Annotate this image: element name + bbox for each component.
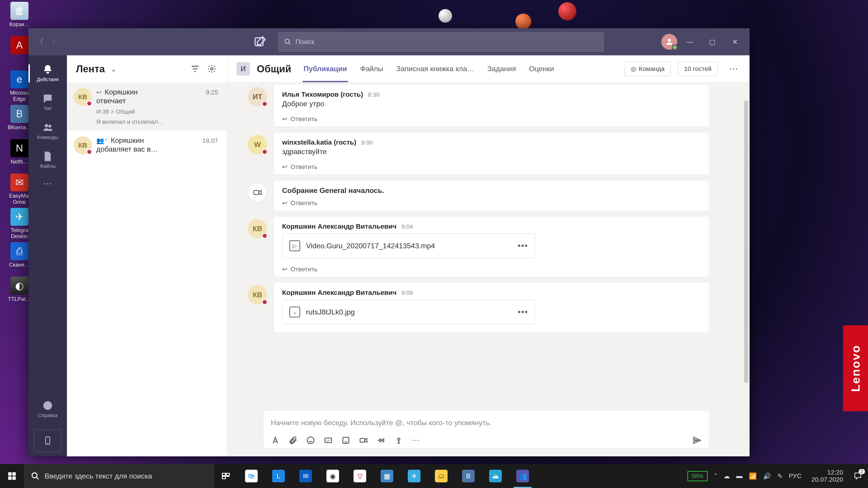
wallpaper-orb <box>558 2 577 20</box>
svg-rect-15 <box>8 472 11 476</box>
channel-tab[interactable]: Оценки <box>528 55 555 82</box>
file-attachment[interactable]: ▷ Video.Guru_20200717_142413543.mp4 ••• <box>282 233 535 258</box>
sticker-icon[interactable] <box>341 436 350 445</box>
task-view-icon[interactable] <box>214 464 238 488</box>
tray-chevron-icon[interactable]: ˄ <box>714 473 717 480</box>
guests-button[interactable]: 10 гостей <box>678 62 718 76</box>
action-center-icon[interactable]: 2 <box>848 464 868 488</box>
compose-box: GIF ⋯ <box>264 411 709 448</box>
tb-app-vk[interactable]: В <box>455 464 482 488</box>
feed-item-preview: Я включал и отключал… <box>96 119 218 125</box>
praise-icon[interactable] <box>394 436 403 445</box>
tb-app-calc[interactable]: ▦ <box>373 464 401 488</box>
reply-icon: ↩ <box>282 265 287 273</box>
rail-teams[interactable]: Команды <box>29 118 67 145</box>
file-more-icon[interactable]: ••• <box>518 241 528 251</box>
reply-button[interactable]: ↩Ответить <box>282 160 701 170</box>
nav-back[interactable]: 〈 <box>33 35 46 48</box>
chevron-down-icon[interactable]: ⌄ <box>110 64 117 73</box>
svg-rect-8 <box>254 191 259 195</box>
tb-app-store[interactable]: 🛍 <box>238 464 265 488</box>
format-icon[interactable] <box>271 436 280 445</box>
tb-app-lenovo[interactable]: L <box>265 464 292 488</box>
rail-help[interactable]: Справка <box>29 396 67 423</box>
window-close[interactable]: ✕ <box>725 28 745 55</box>
settings-icon[interactable] <box>206 63 218 75</box>
file-name: rutsJ8tJLk0.jpg <box>306 308 512 316</box>
activity-type-icon: 👥⁺ <box>96 137 107 144</box>
meet-now-icon[interactable] <box>359 436 368 445</box>
tray-lang[interactable]: РУС <box>789 473 802 480</box>
stream-icon[interactable] <box>377 436 385 445</box>
app-tile-icon: ✈ <box>10 208 29 226</box>
tray-wifi-icon[interactable]: 📶 <box>749 473 757 480</box>
channel-panel: И Общий ПубликацииФайлыЗаписная книжка к… <box>227 55 749 456</box>
rail-files[interactable]: Файлы <box>29 147 67 174</box>
file-more-icon[interactable]: ••• <box>518 307 528 317</box>
taskbar: 🛍 L ✉ ◉ ▽ ▦ ✈ 🗂 В ⛰ 👥 58% ˄ ☁ ▬ 📶 🔊 ✎ РУ… <box>0 464 868 488</box>
tb-app-teams[interactable]: 👥 <box>509 464 536 488</box>
file-name: Video.Guru_20200717_142413543.mp4 <box>306 242 512 250</box>
file-type-icon: ⌄ <box>289 306 300 318</box>
search-input[interactable] <box>296 38 598 46</box>
tb-app-photos[interactable]: ⛰ <box>482 464 509 488</box>
battery-indicator[interactable]: 58% <box>687 471 708 481</box>
rail-apps-icon[interactable] <box>34 429 61 452</box>
filter-icon[interactable] <box>189 63 202 75</box>
new-message-icon[interactable] <box>253 35 267 48</box>
scrollbar[interactable] <box>744 101 748 383</box>
reply-button[interactable]: ↩Ответить <box>282 112 701 123</box>
svg-rect-18 <box>12 477 16 480</box>
app-tile-icon: ◐ <box>10 276 29 295</box>
rail-activity[interactable]: Действия <box>29 60 67 87</box>
file-attachment[interactable]: ⌄ rutsJ8tJLk0.jpg ••• <box>282 300 535 324</box>
team-badge[interactable]: И <box>237 62 250 76</box>
svg-point-19 <box>32 473 37 478</box>
send-button[interactable] <box>692 436 702 445</box>
search-box[interactable] <box>278 32 604 52</box>
channel-more-icon[interactable]: ⋯ <box>727 64 741 74</box>
nav-forward[interactable]: 〉 <box>49 35 62 48</box>
app-tile-icon: ✉ <box>10 173 29 191</box>
tb-app-mcafee[interactable]: ▽ <box>346 464 373 488</box>
emoji-icon[interactable] <box>306 436 315 445</box>
channel-title: Общий <box>257 63 291 74</box>
taskbar-search-input[interactable] <box>44 472 207 480</box>
channel-header: И Общий ПубликацииФайлыЗаписная книжка к… <box>227 55 749 83</box>
tb-app-telegram[interactable]: ✈ <box>401 464 428 488</box>
start-button[interactable] <box>0 464 24 488</box>
taskbar-search[interactable] <box>24 464 214 488</box>
channel-tab[interactable]: Публикации <box>303 55 348 82</box>
tb-app-mail[interactable]: ✉ <box>292 464 319 488</box>
channel-tab[interactable]: Записная книжка кла… <box>395 55 475 82</box>
profile-avatar[interactable] <box>661 34 677 50</box>
tray-onedrive-icon[interactable]: ☁ <box>723 473 730 480</box>
feed-item-title: Коряшкин <box>105 88 203 96</box>
tb-app-chrome[interactable]: ◉ <box>319 464 346 488</box>
feed-item[interactable]: КВ 👥⁺Коряшкин18.07 добавляет вас в… <box>67 131 227 160</box>
tray-volume-icon[interactable]: 🔊 <box>763 473 771 480</box>
taskbar-apps: 🛍 L ✉ ◉ ▽ ▦ ✈ 🗂 В ⛰ 👥 <box>238 464 536 488</box>
taskbar-clock[interactable]: 12:20 20.07.2020 <box>807 469 848 483</box>
attach-icon[interactable] <box>288 436 298 445</box>
window-minimize[interactable]: ― <box>680 28 700 55</box>
rail-more[interactable]: ⋯ <box>29 175 67 191</box>
svg-rect-16 <box>12 472 16 476</box>
channel-tab[interactable]: Файлы <box>359 55 384 82</box>
feed-item-action: отвечает <box>96 97 218 105</box>
feed-item[interactable]: КВ ↩Коряшкин9:25 отвечает И-38 > ОбщийЯ … <box>67 83 227 131</box>
compose-input[interactable] <box>271 416 702 432</box>
channel-tab[interactable]: Задания <box>487 55 517 82</box>
tray-pen-icon[interactable]: ✎ <box>777 473 782 480</box>
compose-more-icon[interactable]: ⋯ <box>412 435 421 445</box>
team-button[interactable]: ◎ Команда <box>624 62 671 76</box>
presence-busy-icon <box>262 299 268 305</box>
feed-item-time: 9:25 <box>206 89 218 96</box>
gif-icon[interactable]: GIF <box>324 436 333 445</box>
tray-power-icon[interactable]: ▬ <box>736 473 743 480</box>
reply-button[interactable]: ↩Ответить <box>282 262 701 273</box>
reply-button[interactable]: ↩Ответить <box>282 196 701 207</box>
rail-chat[interactable]: Чат <box>29 89 67 116</box>
window-maximize[interactable]: ▢ <box>702 28 722 55</box>
tb-app-explorer[interactable]: 🗂 <box>428 464 455 488</box>
